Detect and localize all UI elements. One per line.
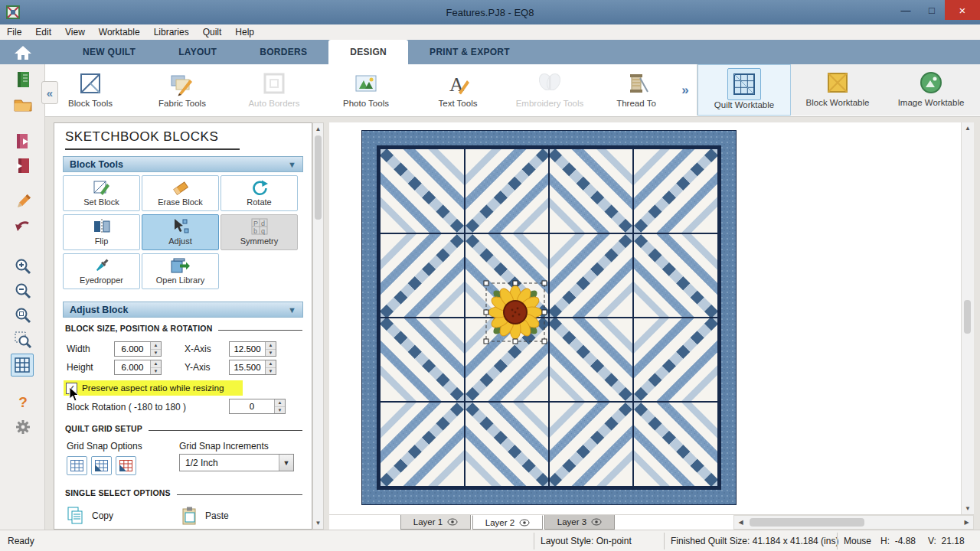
menu-libraries[interactable]: Libraries xyxy=(147,27,196,37)
menu-worktable[interactable]: Worktable xyxy=(92,27,147,37)
ribbon-tool-block-tools[interactable]: Block Tools xyxy=(44,64,136,116)
menu-edit[interactable]: Edit xyxy=(28,27,58,37)
grid-snap-option-2-button[interactable] xyxy=(91,456,112,475)
flip-button[interactable]: Flip xyxy=(63,214,140,250)
undo-button[interactable] xyxy=(12,216,34,237)
erase-block-button[interactable]: Erase Block xyxy=(142,175,219,211)
settings-button[interactable] xyxy=(12,416,34,438)
scroll-down-icon[interactable]: ▼ xyxy=(313,520,323,527)
zoom-in-icon xyxy=(14,257,32,276)
sunflower-applique[interactable] xyxy=(488,285,542,339)
grid-snap-options-label: Grid Snap Options xyxy=(67,441,142,452)
ribbon-overflow-chevron[interactable]: » xyxy=(677,64,694,116)
panel-scrollbar[interactable]: ▲ ▼ xyxy=(312,122,324,530)
adjust-button[interactable]: Adjust xyxy=(142,214,219,250)
zoom-region-button[interactable] xyxy=(12,329,34,350)
width-input[interactable] xyxy=(115,342,150,356)
grid-snap-option-3-button[interactable] xyxy=(116,456,136,475)
grid-snap-increment-dropdown[interactable]: 1/2 Inch ▼ xyxy=(179,454,294,471)
adjust-block-section-header[interactable]: Adjust Block ▼ xyxy=(63,302,303,318)
x-axis-input[interactable] xyxy=(230,342,265,356)
eyedropper-button[interactable]: Eyedropper xyxy=(63,253,140,289)
spin-down-icon[interactable]: ▼ xyxy=(266,350,276,357)
tab-layout[interactable]: LAYOUT xyxy=(157,40,238,64)
layer-tab-2[interactable]: Layer 2 xyxy=(472,515,543,530)
layer-tab-3[interactable]: Layer 3 xyxy=(544,515,615,530)
fit-to-worktable-button[interactable] xyxy=(11,354,34,377)
spin-down-icon[interactable]: ▼ xyxy=(275,407,285,414)
spin-up-icon[interactable]: ▲ xyxy=(151,360,161,368)
block-tools-section-header[interactable]: Block Tools ▼ xyxy=(63,156,303,172)
ribbon-tool-photo-tools[interactable]: Photo Tools xyxy=(320,64,412,116)
rotate-button[interactable]: Rotate xyxy=(220,175,298,211)
spin-up-icon[interactable]: ▲ xyxy=(266,360,276,368)
x-axis-spinner[interactable]: ▲▼ xyxy=(229,341,276,357)
draw-tool-button[interactable] xyxy=(12,191,34,213)
view-sketchbook-button[interactable] xyxy=(12,130,34,152)
grid-snap-option-1-button[interactable] xyxy=(67,456,87,475)
panel-collapse-button[interactable]: « xyxy=(41,81,58,104)
paste-button[interactable]: Paste xyxy=(181,506,229,526)
y-axis-spinner[interactable]: ▲▼ xyxy=(229,360,276,375)
scroll-up-icon[interactable]: ▲ xyxy=(313,126,323,132)
photo-tools-icon xyxy=(353,68,379,99)
new-project-button[interactable] xyxy=(12,69,34,90)
zoom-fit-button[interactable] xyxy=(12,305,34,326)
gear-icon xyxy=(14,418,32,436)
image-worktable-button[interactable]: Image Worktable xyxy=(884,64,978,116)
save-to-sketchbook-button[interactable] xyxy=(12,155,34,176)
spin-up-icon[interactable]: ▲ xyxy=(275,399,285,407)
panel-scrollbar-thumb[interactable] xyxy=(315,135,322,220)
open-library-button[interactable]: Open Library xyxy=(142,253,219,289)
canvas-vertical-scrollbar[interactable]: ▲ ▼ xyxy=(961,122,974,514)
rotation-input[interactable] xyxy=(230,399,274,413)
eye-icon xyxy=(591,518,602,526)
home-button[interactable] xyxy=(9,43,37,63)
scroll-left-icon[interactable]: ◀ xyxy=(734,516,747,529)
scroll-right-icon[interactable]: ▶ xyxy=(960,516,973,529)
canvas-hscroll-thumb[interactable] xyxy=(750,518,864,527)
minimize-button[interactable]: — xyxy=(893,0,919,20)
block-worktable-button[interactable]: Block Worktable xyxy=(791,64,884,116)
y-axis-input[interactable] xyxy=(230,360,265,374)
ribbon-tool-thread-tools[interactable]: Thread To xyxy=(596,64,677,116)
tab-print-export[interactable]: PRINT & EXPORT xyxy=(408,40,531,64)
maximize-button[interactable]: □ xyxy=(919,0,945,20)
menu-help[interactable]: Help xyxy=(228,27,261,37)
menu-view[interactable]: View xyxy=(58,27,92,37)
scroll-down-icon[interactable]: ▼ xyxy=(962,505,974,512)
canvas-horizontal-scrollbar[interactable]: ◀ ▶ xyxy=(733,515,974,530)
tab-design[interactable]: DESIGN xyxy=(328,40,408,64)
ribbon-tool-fabric-tools[interactable]: Fabric Tools xyxy=(136,64,228,116)
height-input[interactable] xyxy=(115,360,150,374)
quilt-worktable-canvas[interactable] xyxy=(329,122,961,514)
set-block-button[interactable]: Set Block xyxy=(63,175,140,211)
menu-quilt[interactable]: Quilt xyxy=(196,27,229,37)
spin-down-icon[interactable]: ▼ xyxy=(151,350,161,357)
canvas-vscroll-thumb[interactable] xyxy=(964,300,971,334)
quilt-worktable-button[interactable]: Quilt Worktable xyxy=(697,64,791,116)
layer-tab-1[interactable]: Layer 1 xyxy=(400,515,471,530)
help-button[interactable]: ? xyxy=(12,392,34,413)
quilt-preview[interactable] xyxy=(361,130,737,505)
tab-borders[interactable]: BORDERS xyxy=(238,40,328,64)
spin-up-icon[interactable]: ▲ xyxy=(266,342,276,350)
status-ready: Ready xyxy=(8,536,34,546)
close-button[interactable]: × xyxy=(945,0,980,20)
height-spinner[interactable]: ▲▼ xyxy=(114,360,162,375)
spin-down-icon[interactable]: ▼ xyxy=(266,368,276,375)
menu-file[interactable]: File xyxy=(0,27,28,37)
ribbon-tool-text-tools[interactable]: A Text Tools xyxy=(412,64,504,116)
title-bar: Features.PJ8 - EQ8 — □ × xyxy=(0,0,980,24)
copy-button[interactable]: Copy xyxy=(67,506,113,526)
scroll-up-icon[interactable]: ▲ xyxy=(962,125,974,132)
width-spinner[interactable]: ▲▼ xyxy=(114,341,162,357)
block-worktable-icon xyxy=(822,67,854,98)
spin-up-icon[interactable]: ▲ xyxy=(151,342,161,350)
zoom-in-button[interactable] xyxy=(12,256,34,277)
tab-new-quilt[interactable]: NEW QUILT xyxy=(61,40,157,64)
zoom-out-button[interactable] xyxy=(12,280,34,302)
spin-down-icon[interactable]: ▼ xyxy=(151,368,161,375)
open-project-button[interactable] xyxy=(12,93,34,115)
rotation-spinner[interactable]: ▲▼ xyxy=(229,399,286,414)
